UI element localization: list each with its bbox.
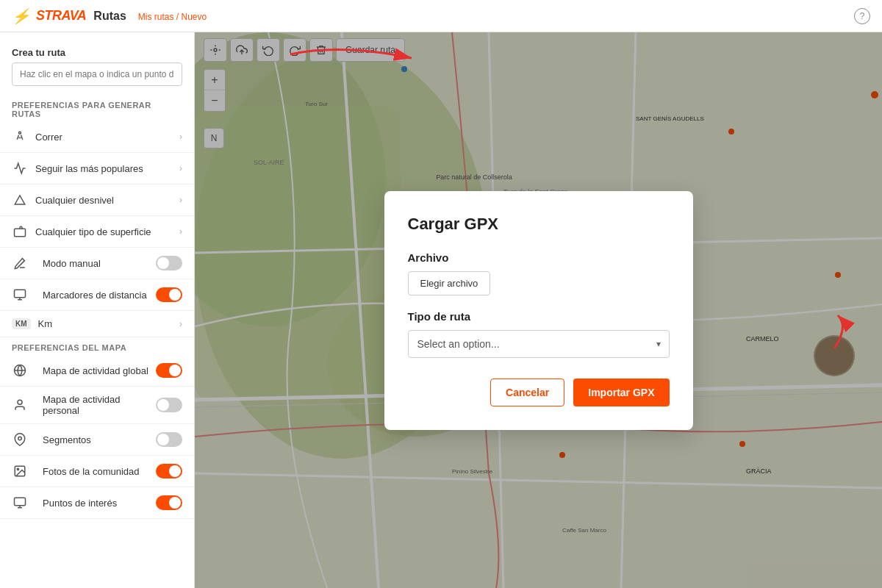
gpx-upload-modal: Cargar GPX Archivo Elegir archivo Tipo d… — [384, 191, 693, 430]
sidebar-item-surface[interactable]: Cualquier tipo de superficie › — [0, 216, 194, 248]
map-area: Guardar ruta — [195, 32, 882, 588]
global-heatmap-toggle[interactable] — [156, 363, 182, 378]
personal-heatmap-icon — [12, 397, 28, 413]
sidebar-item-global-heatmap: Mapa de actividad global — [0, 355, 194, 387]
search-wrapper — [0, 62, 194, 95]
popular-icon — [12, 160, 28, 176]
photo-icon — [12, 463, 28, 479]
surface-icon — [12, 223, 28, 240]
file-section-label: Archivo — [408, 251, 670, 264]
community-photos-label: Fotos de la comunidad — [43, 466, 156, 477]
distance-markers-toggle[interactable] — [156, 287, 182, 302]
manual-toggle[interactable] — [156, 256, 182, 270]
manual-label: Modo manual — [43, 258, 156, 269]
surface-arrow-icon: › — [179, 226, 182, 237]
route-type-select[interactable]: Select an option... Correr Ciclismo Send… — [408, 330, 670, 358]
create-route-title: Crea tu ruta — [0, 41, 194, 62]
distance-markers-icon — [12, 287, 28, 303]
modal-title: Cargar GPX — [408, 215, 670, 234]
km-arrow-icon: › — [179, 319, 182, 329]
poi-icon — [12, 495, 28, 511]
svg-point-0 — [19, 132, 21, 134]
sidebar-item-popular[interactable]: Seguir las más populares › — [0, 153, 194, 184]
choose-file-button[interactable]: Elegir archivo — [408, 271, 491, 295]
sidebar-item-segments: Segmentos — [0, 424, 194, 456]
segments-toggle[interactable] — [156, 432, 182, 447]
community-photos-toggle[interactable] — [156, 464, 182, 478]
svg-marker-1 — [15, 196, 25, 204]
cancel-button[interactable]: Cancelar — [490, 379, 564, 406]
run-arrow-icon: › — [179, 132, 182, 142]
route-search-input[interactable] — [12, 62, 182, 86]
poi-label: Puntos de interés — [43, 498, 156, 509]
svg-rect-11 — [15, 498, 26, 506]
popular-label: Seguir las más populares — [35, 163, 179, 174]
poi-toggle[interactable] — [156, 495, 182, 510]
sidebar-item-km[interactable]: KM Km › — [0, 311, 194, 337]
sidebar-item-manual: Modo manual — [0, 248, 194, 279]
svg-point-10 — [17, 468, 18, 470]
map-prefs-title: Preferencias del mapa — [0, 337, 194, 355]
strava-flame-icon: ⚡ — [12, 7, 30, 25]
global-heatmap-icon — [12, 362, 28, 379]
global-heatmap-label: Mapa de actividad global — [43, 365, 156, 376]
personal-heatmap-label: Mapa de actividad personal — [43, 394, 156, 416]
import-gpx-button[interactable]: Importar GPX — [573, 379, 669, 406]
sidebar-item-personal-heatmap: Mapa de actividad personal — [0, 387, 194, 424]
modal-actions: Cancelar Importar GPX — [408, 379, 670, 406]
svg-rect-3 — [15, 290, 26, 298]
distance-markers-label: Marcadores de distancia — [43, 290, 156, 301]
km-badge: KM — [12, 318, 31, 329]
elevation-arrow-icon: › — [179, 195, 182, 205]
strava-logo: ⚡ STRAVA Rutas — [12, 7, 126, 25]
route-type-label: Tipo de ruta — [408, 310, 670, 323]
segments-label: Segmentos — [43, 434, 156, 445]
help-button[interactable]: ? — [854, 8, 870, 24]
segment-icon — [12, 431, 28, 448]
sidebar-item-run[interactable]: Correr › — [0, 121, 194, 153]
sidebar-item-poi: Puntos de interés — [0, 487, 194, 519]
sidebar-item-elevation[interactable]: Cualquier desnivel › — [0, 184, 194, 216]
sidebar-item-distance-markers: Marcadores de distancia — [0, 279, 194, 311]
route-type-wrapper: Select an option... Correr Ciclismo Send… — [408, 330, 670, 358]
elevation-icon — [12, 192, 28, 208]
surface-label: Cualquier tipo de superficie — [35, 226, 179, 237]
main-layout: Crea tu ruta Preferencias para generar r… — [0, 32, 882, 588]
svg-point-8 — [18, 437, 22, 440]
page-title: Rutas — [93, 10, 126, 23]
breadcrumb[interactable]: Mis rutas / Nuevo — [138, 12, 207, 22]
manual-icon — [12, 255, 28, 271]
popular-arrow-icon: › — [179, 163, 182, 173]
sidebar: Crea tu ruta Preferencias para generar r… — [0, 32, 195, 588]
km-label: Km — [38, 318, 179, 329]
svg-point-7 — [18, 400, 22, 404]
svg-rect-2 — [15, 229, 26, 237]
route-prefs-title: Preferencias para generar rutas — [0, 95, 194, 121]
sidebar-item-community-photos: Fotos de la comunidad — [0, 456, 194, 487]
personal-heatmap-toggle[interactable] — [156, 398, 182, 412]
run-label: Correr — [35, 132, 179, 143]
strava-wordmark: STRAVA — [36, 8, 86, 24]
elevation-label: Cualquier desnivel — [35, 195, 179, 206]
run-icon — [12, 129, 28, 145]
modal-overlay: Cargar GPX Archivo Elegir archivo Tipo d… — [195, 32, 882, 588]
app-header: ⚡ STRAVA Rutas Mis rutas / Nuevo ? — [0, 0, 882, 32]
